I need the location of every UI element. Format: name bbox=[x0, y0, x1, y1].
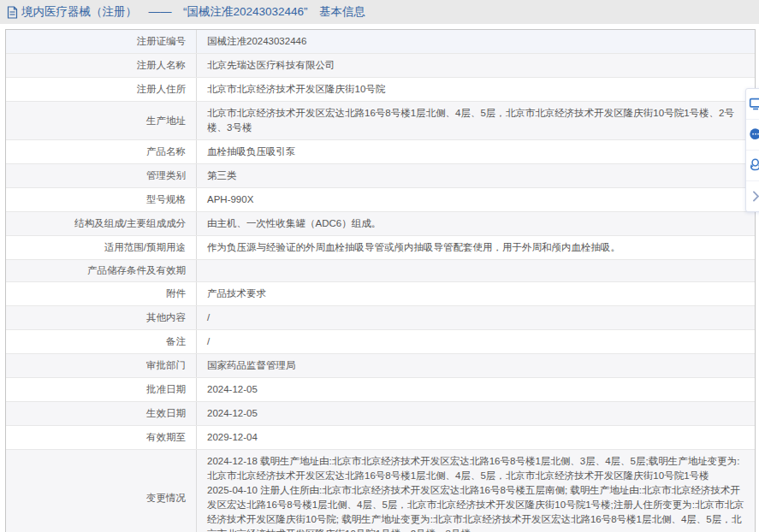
row-value: 国家药品监督管理局 bbox=[207, 360, 296, 370]
row-value: APH-990X bbox=[207, 194, 253, 204]
row-label: 其他内容 bbox=[146, 311, 186, 324]
toolbar-item-message[interactable] bbox=[746, 120, 759, 151]
change-entry: 2025-04-10 注册人住所由:北京市北京经济技术开发区宏达北路16号8号楼… bbox=[207, 483, 744, 532]
row-label: 有效期至 bbox=[146, 431, 186, 444]
table-row: 型号规格 APH-990X bbox=[6, 188, 755, 212]
row-label: 批准日期 bbox=[146, 383, 186, 396]
row-label: 注册证编号 bbox=[137, 35, 187, 48]
row-label-cell: 其他内容 bbox=[6, 306, 197, 329]
table-row: 产品名称 血栓抽吸负压吸引泵 bbox=[6, 140, 755, 164]
table-row: 变更情况 2024-12-18 载明生产地址由:北京市北京经济技术开发区宏达北路… bbox=[6, 450, 755, 532]
floating-toolbar bbox=[745, 88, 759, 212]
table-row: 附件 产品技术要求 bbox=[6, 282, 755, 306]
row-label-cell: 变更情况 bbox=[6, 450, 197, 532]
row-value: / bbox=[207, 336, 210, 346]
table-row: 适用范围/预期用途 作为负压源与经验证的外周血栓抽吸导管或颅内抽吸导管配套使用，… bbox=[6, 236, 755, 260]
info-table: 注册证编号 国械注准20243032446 注册人名称 北京先瑞达医疗科技有限公… bbox=[5, 29, 756, 532]
row-value: 2029-12-04 bbox=[207, 432, 258, 442]
row-label: 适用范围/预期用途 bbox=[104, 241, 186, 254]
toolbar-item-monitor[interactable] bbox=[746, 89, 759, 120]
table-row: 注册人名称 北京先瑞达医疗科技有限公司 bbox=[6, 54, 755, 78]
row-label-cell: 备注 bbox=[6, 330, 197, 353]
change-entry: 2024-12-18 载明生产地址由:北京市北京经济技术开发区宏达北路16号8号… bbox=[207, 454, 744, 483]
row-label-cell: 产品储存条件及有效期 bbox=[6, 260, 197, 281]
row-label: 变更情况 bbox=[146, 492, 186, 505]
collapse-chevron-icon bbox=[749, 189, 759, 204]
table-row: 其他内容 / bbox=[6, 306, 755, 330]
row-label: 产品名称 bbox=[146, 145, 186, 158]
toolbar-item-qq[interactable] bbox=[746, 151, 759, 181]
row-value: / bbox=[207, 312, 210, 322]
row-label-cell: 注册人住所 bbox=[6, 78, 197, 101]
row-label-cell: 生效日期 bbox=[6, 402, 197, 425]
qq-icon bbox=[749, 158, 759, 173]
row-value: 2024-12-05 bbox=[207, 384, 258, 394]
table-row: 产品储存条件及有效期 bbox=[6, 260, 755, 282]
document-icon bbox=[7, 6, 18, 19]
table-row: 生效日期 2024-12-05 bbox=[6, 402, 755, 426]
table-row: 生产地址 北京市北京经济技术开发区宏达北路16号8号楼1层北侧、4层、5层，北京… bbox=[6, 102, 755, 140]
row-value: 北京市北京经济技术开发区宏达北路16号8号楼1层北侧、4层、5层，北京市北京经济… bbox=[207, 108, 734, 133]
row-label-cell: 注册人名称 bbox=[6, 54, 197, 77]
message-circle-icon bbox=[749, 127, 759, 142]
row-label-cell: 产品名称 bbox=[6, 140, 197, 163]
row-label: 管理类别 bbox=[146, 169, 186, 182]
row-value: 第三类 bbox=[207, 170, 237, 180]
page-title: 境内医疗器械（注册） —— “国械注准20243032446” 基本信息 bbox=[21, 4, 365, 20]
row-value: 国械注准20243032446 bbox=[207, 36, 306, 46]
table-row: 结构及组成/主要组成成分 由主机、一次性收集罐（ADC6）组成。 bbox=[6, 212, 755, 236]
toolbar-item-collapse[interactable] bbox=[746, 181, 759, 211]
row-label-cell: 管理类别 bbox=[6, 164, 197, 187]
row-label: 产品储存条件及有效期 bbox=[87, 264, 186, 277]
row-label: 附件 bbox=[166, 287, 186, 300]
row-value: 北京先瑞达医疗科技有限公司 bbox=[207, 60, 335, 70]
row-value: 血栓抽吸负压吸引泵 bbox=[207, 146, 296, 157]
table-row: 管理类别 第三类 bbox=[6, 164, 755, 188]
row-label-cell: 适用范围/预期用途 bbox=[6, 236, 197, 259]
row-label-cell: 注册证编号 bbox=[6, 30, 197, 53]
row-label-cell: 批准日期 bbox=[6, 378, 197, 401]
table-row: 注册人住所 北京市北京经济技术开发区隆庆街10号院 bbox=[6, 78, 755, 102]
row-label: 生产地址 bbox=[146, 115, 186, 127]
table-row: 备注 / bbox=[6, 330, 755, 354]
row-label: 型号规格 bbox=[146, 193, 186, 206]
table-row: 审批部门 国家药品监督管理局 bbox=[6, 354, 755, 378]
row-value: 北京市北京经济技术开发区隆庆街10号院 bbox=[207, 84, 385, 94]
row-label: 生效日期 bbox=[146, 407, 186, 420]
row-label-cell: 有效期至 bbox=[6, 426, 197, 449]
row-value: 产品技术要求 bbox=[207, 288, 266, 299]
row-label-cell: 生产地址 bbox=[6, 102, 197, 139]
table-row: 批准日期 2024-12-05 bbox=[6, 378, 755, 402]
row-value: 2024-12-18 载明生产地址由:北京市北京经济技术开发区宏达北路16号8号… bbox=[207, 454, 744, 532]
row-label: 备注 bbox=[166, 335, 186, 348]
row-value: 作为负压源与经验证的外周血栓抽吸导管或颅内抽吸导管配套使用，用于外周和颅内血栓抽… bbox=[207, 242, 620, 252]
row-label: 审批部门 bbox=[146, 359, 186, 372]
row-label: 结构及组成/主要组成成分 bbox=[74, 217, 186, 230]
table-row: 有效期至 2029-12-04 bbox=[6, 426, 755, 450]
row-label-cell: 结构及组成/主要组成成分 bbox=[6, 212, 197, 235]
row-label: 注册人住所 bbox=[137, 83, 187, 96]
table-row: 注册证编号 国械注准20243032446 bbox=[6, 30, 755, 54]
row-label-cell: 审批部门 bbox=[6, 354, 197, 377]
monitor-icon bbox=[749, 97, 759, 111]
row-label: 注册人名称 bbox=[137, 59, 187, 72]
row-value: 由主机、一次性收集罐（ADC6）组成。 bbox=[207, 218, 381, 228]
row-label-cell: 附件 bbox=[6, 282, 197, 305]
row-label-cell: 型号规格 bbox=[6, 188, 197, 211]
row-value: 2024-12-05 bbox=[207, 408, 258, 418]
page-header: 境内医疗器械（注册） —— “国械注准20243032446” 基本信息 bbox=[0, 0, 759, 24]
